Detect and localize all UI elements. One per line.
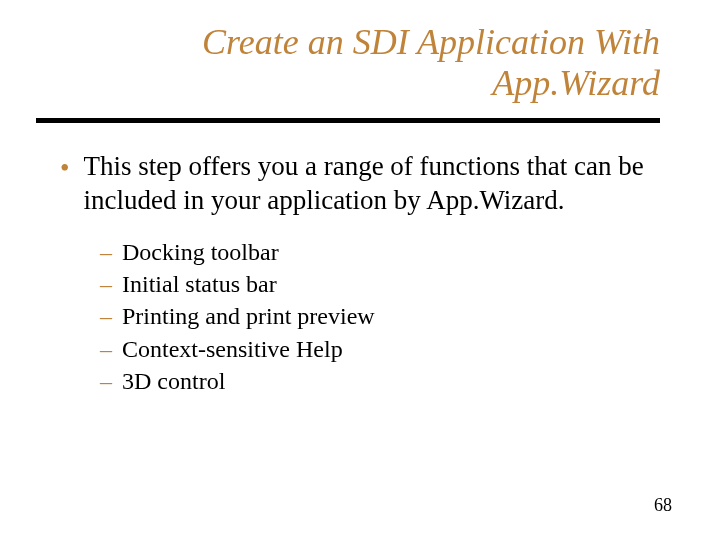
dash-icon: – xyxy=(100,236,112,268)
bullet-text: This step offers you a range of function… xyxy=(83,150,650,218)
sub-bullet-item: – Context-sensitive Help xyxy=(100,333,650,365)
sub-bullet-item: – 3D control xyxy=(100,365,650,397)
title-underline xyxy=(36,118,660,123)
sub-bullet-text: Docking toolbar xyxy=(122,236,279,268)
dash-icon: – xyxy=(100,300,112,332)
sub-bullet-item: – Initial status bar xyxy=(100,268,650,300)
sub-bullet-list: – Docking toolbar – Initial status bar –… xyxy=(100,236,650,398)
dash-icon: – xyxy=(100,268,112,300)
slide-title: Create an SDI Application With App.Wizar… xyxy=(60,22,660,105)
dash-icon: – xyxy=(100,333,112,365)
sub-bullet-text: Initial status bar xyxy=(122,268,277,300)
sub-bullet-item: – Printing and print preview xyxy=(100,300,650,332)
sub-bullet-text: 3D control xyxy=(122,365,225,397)
sub-bullet-text: Context-sensitive Help xyxy=(122,333,343,365)
bullet-item: • This step offers you a range of functi… xyxy=(60,150,650,218)
page-number: 68 xyxy=(654,495,672,516)
sub-bullet-text: Printing and print preview xyxy=(122,300,375,332)
slide: Create an SDI Application With App.Wizar… xyxy=(0,0,720,540)
sub-bullet-item: – Docking toolbar xyxy=(100,236,650,268)
title-line-1: Create an SDI Application With xyxy=(202,22,660,62)
dash-icon: – xyxy=(100,365,112,397)
slide-body: • This step offers you a range of functi… xyxy=(60,150,650,397)
bullet-icon: • xyxy=(60,152,69,186)
title-line-2: App.Wizard xyxy=(492,63,660,103)
